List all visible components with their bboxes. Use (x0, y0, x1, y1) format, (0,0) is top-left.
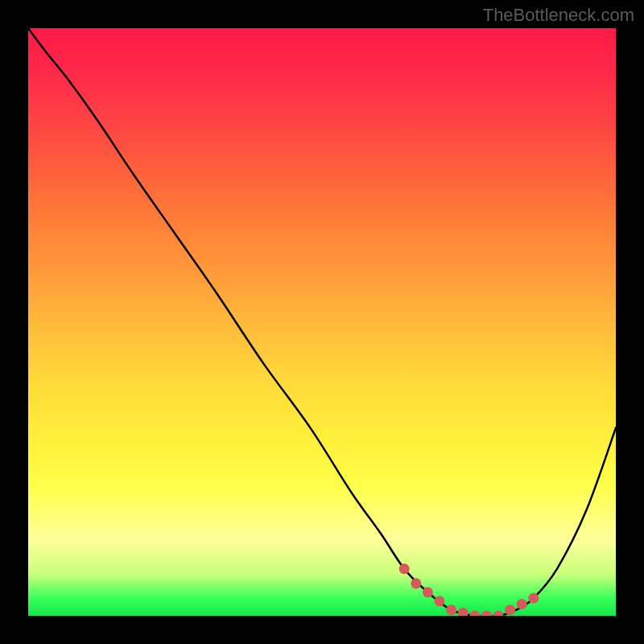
highlight-dot (505, 605, 515, 615)
bottleneck-floor-dots (28, 28, 616, 616)
highlight-dot (469, 611, 480, 617)
highlight-dot (435, 596, 445, 606)
watermark-text: TheBottleneck.com (483, 5, 634, 26)
highlight-dot (458, 608, 469, 616)
highlight-dot (423, 587, 433, 597)
highlight-dot (517, 599, 527, 609)
chart-plot-area (28, 28, 616, 616)
bottleneck-curve-line (28, 28, 616, 616)
highlight-dot (411, 578, 421, 588)
highlight-dot (446, 605, 456, 615)
highlight-dot (481, 611, 492, 617)
highlight-dot (493, 611, 504, 617)
highlight-dot (528, 593, 539, 604)
highlight-dot (399, 564, 410, 574)
